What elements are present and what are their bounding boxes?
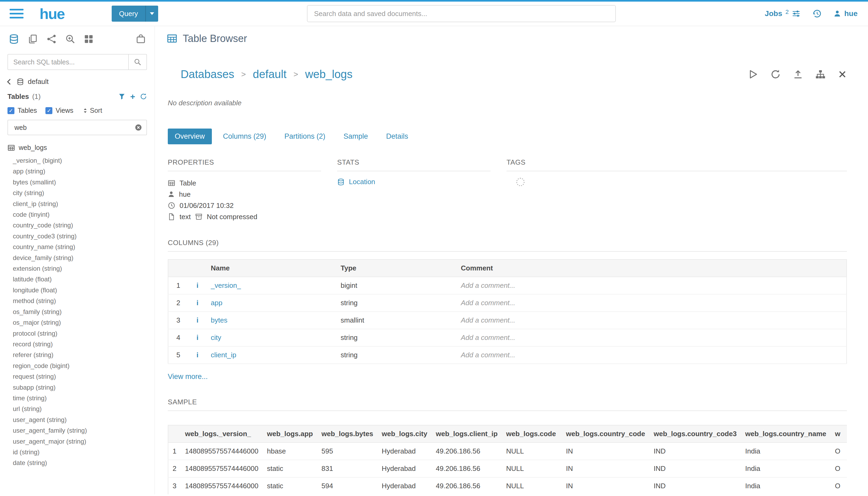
documents-icon[interactable] [28, 34, 38, 44]
refresh-icon[interactable] [771, 69, 780, 79]
sidebar-column-item[interactable]: latitude (float) [13, 274, 154, 284]
compression-icon [195, 213, 203, 220]
column-name-link[interactable]: bytes [211, 316, 227, 324]
query-dropdown-toggle[interactable] [145, 5, 158, 22]
column-name-link[interactable]: city [211, 334, 221, 342]
sort-label: Sort [90, 107, 102, 114]
sidebar-column-item[interactable]: url (string) [13, 404, 154, 414]
sidebar-column-item[interactable]: _version_ (bigint) [13, 155, 154, 166]
sidebar-column-item[interactable]: user_agent_major (string) [13, 436, 154, 447]
views-checkbox[interactable]: ✓ [45, 107, 52, 114]
workflow-icon[interactable] [47, 34, 57, 44]
sample-column-header: web_logs.country_code [562, 425, 649, 443]
info-icon[interactable]: i [196, 316, 198, 324]
search-icon [134, 58, 141, 66]
current-database[interactable]: default [28, 78, 49, 86]
sort-toggle[interactable]: Sort [82, 107, 102, 114]
tab-details[interactable]: Details [379, 128, 415, 144]
history-icon[interactable] [812, 9, 822, 18]
sidebar-column-item[interactable]: country_code3 (string) [13, 231, 154, 242]
close-icon[interactable] [838, 70, 847, 79]
sidebar-column-item[interactable]: request (string) [13, 371, 154, 382]
query-table-icon[interactable] [748, 69, 758, 79]
sidebar-column-item[interactable]: user_agent_family (string) [13, 425, 154, 436]
info-icon[interactable]: i [196, 351, 198, 359]
column-comment[interactable]: Add a comment... [457, 294, 847, 312]
filter-funnel-icon[interactable] [119, 93, 125, 100]
sidebar-column-item[interactable]: record (string) [13, 339, 154, 350]
sample-cell: O [831, 443, 847, 460]
sidebar-column-item[interactable]: bytes (smallint) [13, 177, 154, 188]
column-comment[interactable]: Add a comment... [457, 277, 847, 294]
sidebar-column-item[interactable]: region_code (bigint) [13, 360, 154, 371]
table-filter-input[interactable] [13, 123, 135, 132]
sidebar-column-item[interactable]: id (string) [13, 447, 154, 458]
sidebar-column-item[interactable]: user_agent (string) [13, 415, 154, 425]
refresh-tables-icon[interactable] [140, 93, 147, 100]
column-name-link[interactable]: app [211, 299, 222, 307]
global-search-input[interactable] [307, 5, 616, 22]
sample-table-scroll[interactable]: web_logs._version_ web_logs.app web_logs… [168, 417, 847, 494]
sidebar-column-item[interactable]: method (string) [13, 296, 154, 306]
sample-cell: hbase [263, 443, 317, 460]
sidebar-column-item[interactable]: os_major (string) [13, 317, 154, 328]
info-icon[interactable]: i [196, 281, 198, 290]
tab-partitions[interactable]: Partitions (2) [278, 128, 332, 144]
sidebar-column-item[interactable]: subapp (string) [13, 382, 154, 393]
sidebar-column-item[interactable]: os_family (string) [13, 307, 154, 317]
column-comment[interactable]: Add a comment... [457, 329, 847, 346]
jobs-count-badge: 2 [786, 9, 789, 16]
hamburger-menu-icon[interactable] [10, 9, 23, 18]
sidebar-column-item[interactable]: city (string) [13, 188, 154, 198]
breadcrumb-database[interactable]: default [253, 68, 286, 81]
sort-icon [82, 107, 89, 114]
breadcrumb-databases[interactable]: Databases [180, 68, 234, 81]
search-zoom-icon[interactable] [65, 34, 75, 44]
column-comment[interactable]: Add a comment... [457, 312, 847, 329]
user-menu[interactable]: hue [834, 9, 857, 18]
sql-tables-search-input[interactable] [8, 58, 128, 66]
query-button-label[interactable]: Query [112, 5, 146, 22]
location-link[interactable]: Location [337, 178, 490, 186]
sidebar-column-item[interactable]: longitude (float) [13, 285, 154, 296]
view-more-link[interactable]: View more... [168, 373, 208, 381]
sample-cell: India [741, 460, 831, 477]
sidebar-column-item[interactable]: country_code (string) [13, 220, 154, 231]
column-name-link[interactable]: client_ip [211, 351, 236, 359]
import-icon[interactable] [793, 69, 803, 79]
sidebar-table-web-logs[interactable]: web_logs [0, 140, 154, 154]
apps-grid-icon[interactable] [84, 34, 94, 44]
tab-columns[interactable]: Columns (29) [216, 128, 273, 144]
sidebar-column-item[interactable]: referer (string) [13, 350, 154, 360]
sql-tables-search-button[interactable] [128, 55, 146, 69]
back-chevron-icon[interactable] [5, 78, 13, 86]
column-comment[interactable]: Add a comment... [457, 346, 847, 364]
collections-bag-icon[interactable] [136, 34, 146, 44]
sidebar-column-item[interactable]: device_family (string) [13, 252, 154, 263]
sidebar-column-item[interactable]: code (tinyint) [13, 209, 154, 220]
query-button[interactable]: Query [112, 5, 158, 22]
info-icon[interactable]: i [196, 334, 198, 342]
sidebar-column-item[interactable]: protocol (string) [13, 328, 154, 339]
column-name-link[interactable]: _version_ [211, 281, 241, 290]
sidebar-column-item[interactable]: extension (string) [13, 263, 154, 274]
clear-filter-icon[interactable] [135, 124, 142, 131]
info-icon[interactable]: i [196, 299, 198, 307]
breadcrumb-table[interactable]: web_logs [305, 68, 352, 81]
tab-overview[interactable]: Overview [168, 128, 212, 144]
sidebar-column-item[interactable]: time (string) [13, 393, 154, 404]
location-db-icon [337, 178, 345, 186]
jobs-menu[interactable]: Jobs 2 [765, 9, 801, 18]
lineage-icon[interactable] [815, 69, 825, 79]
sidebar-column-item[interactable]: app (string) [13, 166, 154, 177]
sidebar-column-item[interactable]: client_ip (string) [13, 199, 154, 209]
add-table-icon[interactable]: + [130, 92, 135, 101]
tables-checkbox[interactable]: ✓ [7, 107, 14, 114]
tab-sample[interactable]: Sample [337, 128, 375, 144]
sidebar-column-item[interactable]: country_name (string) [13, 242, 154, 252]
sidebar-column-item[interactable]: date (string) [13, 458, 154, 468]
sql-assist-icon[interactable] [9, 34, 19, 44]
hue-logo[interactable]: hue [40, 5, 65, 22]
table-description[interactable]: No description available [168, 99, 847, 107]
sample-cell: Hyderabad [378, 443, 432, 460]
